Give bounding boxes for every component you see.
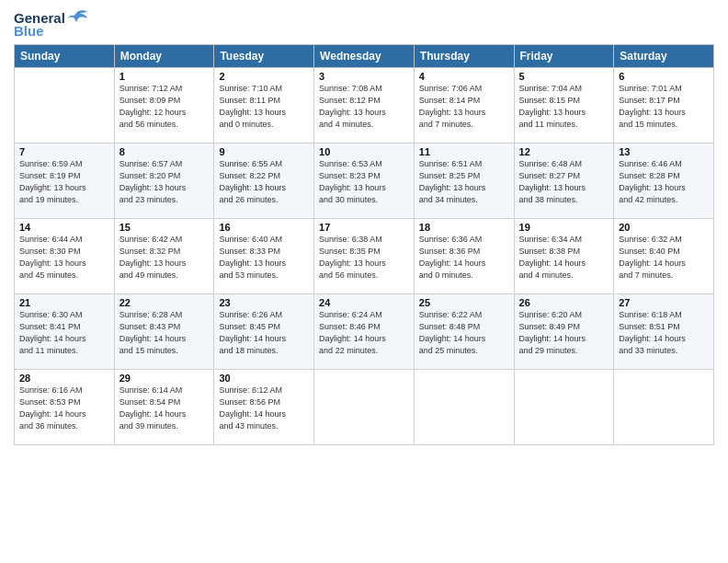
day-info-line: and 15 minutes. — [119, 345, 210, 357]
day-number: 17 — [319, 222, 409, 233]
day-info-line: Daylight: 13 hours — [19, 182, 109, 194]
day-info-line: Daylight: 14 hours — [319, 333, 409, 345]
day-info: Sunrise: 6:34 AMSunset: 8:38 PMDaylight:… — [519, 234, 609, 282]
day-info-line: and 29 minutes. — [519, 345, 609, 357]
calendar-cell: 9Sunrise: 6:55 AMSunset: 8:22 PMDaylight… — [214, 144, 314, 219]
day-info-line: Sunset: 8:45 PM — [219, 321, 309, 333]
day-info-line: Daylight: 14 hours — [19, 408, 109, 420]
day-info-line: Sunset: 8:40 PM — [619, 246, 709, 258]
day-info-line: Sunset: 8:56 PM — [219, 396, 309, 408]
day-info-line: and 0 minutes. — [219, 119, 309, 131]
calendar-cell: 5Sunrise: 7:04 AMSunset: 8:15 PMDaylight… — [514, 68, 614, 144]
day-info-line: Sunrise: 6:20 AM — [519, 309, 609, 321]
day-number: 9 — [219, 146, 309, 157]
day-info-line: Daylight: 14 hours — [619, 333, 709, 345]
day-info: Sunrise: 6:40 AMSunset: 8:33 PMDaylight:… — [219, 234, 309, 282]
day-number: 22 — [119, 297, 210, 308]
calendar-cell: 1Sunrise: 7:12 AMSunset: 8:09 PMDaylight… — [114, 68, 214, 144]
calendar-cell: 21Sunrise: 6:30 AMSunset: 8:41 PMDayligh… — [15, 294, 115, 370]
calendar-cell: 29Sunrise: 6:14 AMSunset: 8:54 PMDayligh… — [114, 370, 214, 445]
day-info-line: Sunrise: 6:36 AM — [419, 234, 509, 246]
day-number: 13 — [619, 146, 709, 157]
day-info-line: Sunset: 8:12 PM — [319, 95, 409, 107]
calendar-cell: 25Sunrise: 6:22 AMSunset: 8:48 PMDayligh… — [414, 294, 514, 370]
day-info-line: Daylight: 14 hours — [219, 408, 309, 420]
day-info-line: Sunrise: 7:08 AM — [319, 83, 409, 95]
day-info-line: Daylight: 13 hours — [19, 258, 109, 270]
day-info-line: Sunset: 8:19 PM — [19, 170, 109, 182]
day-info-line: Daylight: 14 hours — [619, 258, 709, 270]
day-info-line: Sunrise: 6:16 AM — [19, 385, 109, 396]
day-info-line: Sunset: 8:54 PM — [119, 396, 210, 408]
day-number: 30 — [219, 373, 309, 384]
calendar-cell: 27Sunrise: 6:18 AMSunset: 8:51 PMDayligh… — [614, 294, 714, 370]
calendar-cell: 18Sunrise: 6:36 AMSunset: 8:36 PMDayligh… — [414, 219, 514, 294]
calendar-week-row: 21Sunrise: 6:30 AMSunset: 8:41 PMDayligh… — [15, 294, 714, 370]
day-info-line: Daylight: 13 hours — [319, 107, 409, 119]
day-info-line: Daylight: 13 hours — [419, 182, 509, 194]
calendar-cell — [314, 370, 415, 445]
day-info: Sunrise: 6:24 AMSunset: 8:46 PMDaylight:… — [319, 309, 409, 357]
day-info-line: Daylight: 13 hours — [619, 107, 709, 119]
calendar-cell: 28Sunrise: 6:16 AMSunset: 8:53 PMDayligh… — [15, 370, 115, 445]
day-info-line: Sunrise: 6:14 AM — [119, 385, 210, 396]
day-info-line: and 36 minutes. — [19, 420, 109, 432]
day-info-line: Sunset: 8:25 PM — [419, 170, 509, 182]
calendar-cell — [614, 370, 714, 445]
day-info-line: Sunrise: 6:32 AM — [619, 234, 709, 246]
day-number: 14 — [19, 222, 109, 233]
day-info-line: and 42 minutes. — [619, 194, 709, 206]
day-info-line: and 11 minutes. — [19, 345, 109, 357]
day-info-line: Sunset: 8:22 PM — [219, 170, 309, 182]
calendar-cell: 10Sunrise: 6:53 AMSunset: 8:23 PMDayligh… — [314, 144, 415, 219]
calendar-cell: 23Sunrise: 6:26 AMSunset: 8:45 PMDayligh… — [214, 294, 314, 370]
calendar-cell: 6Sunrise: 7:01 AMSunset: 8:17 PMDaylight… — [614, 68, 714, 144]
day-info-line: and 39 minutes. — [119, 420, 210, 432]
day-info-line: Sunset: 8:35 PM — [319, 246, 409, 258]
calendar-cell: 2Sunrise: 7:10 AMSunset: 8:11 PMDaylight… — [214, 68, 314, 144]
day-info-line: Daylight: 14 hours — [519, 258, 609, 270]
day-info-line: Daylight: 13 hours — [419, 107, 509, 119]
day-number: 24 — [319, 297, 409, 308]
day-info-line: Sunset: 8:43 PM — [119, 321, 210, 333]
calendar-cell: 7Sunrise: 6:59 AMSunset: 8:19 PMDaylight… — [15, 144, 115, 219]
day-info: Sunrise: 7:12 AMSunset: 8:09 PMDaylight:… — [119, 83, 210, 131]
header-row: Sunday Monday Tuesday Wednesday Thursday… — [15, 45, 714, 68]
calendar-cell: 24Sunrise: 6:24 AMSunset: 8:46 PMDayligh… — [314, 294, 415, 370]
day-info: Sunrise: 7:10 AMSunset: 8:11 PMDaylight:… — [219, 83, 309, 131]
day-info-line: Sunset: 8:32 PM — [119, 246, 210, 258]
day-info-line: and 56 minutes. — [319, 270, 409, 282]
logo-text-block: General Blue — [14, 9, 87, 39]
day-info-line: Sunset: 8:14 PM — [419, 95, 509, 107]
day-info-line: and 43 minutes. — [219, 420, 309, 432]
day-info-line: Sunrise: 6:46 AM — [619, 158, 709, 170]
page: General Blue Sunday Monday Tuesday Wedne… — [0, 0, 728, 563]
day-info: Sunrise: 6:46 AMSunset: 8:28 PMDaylight:… — [619, 158, 709, 206]
day-number: 21 — [19, 297, 109, 308]
day-info-line: Sunrise: 7:06 AM — [419, 83, 509, 95]
day-info-line: Sunset: 8:20 PM — [119, 170, 210, 182]
day-info: Sunrise: 6:26 AMSunset: 8:45 PMDaylight:… — [219, 309, 309, 357]
day-info-line: and 45 minutes. — [19, 270, 109, 282]
day-info: Sunrise: 6:53 AMSunset: 8:23 PMDaylight:… — [319, 158, 409, 206]
day-number: 8 — [119, 146, 210, 157]
day-info-line: Sunrise: 6:42 AM — [119, 234, 210, 246]
calendar-table: Sunday Monday Tuesday Wednesday Thursday… — [14, 44, 714, 445]
day-number: 1 — [119, 71, 210, 82]
day-number: 12 — [519, 146, 609, 157]
day-info-line: Sunrise: 6:28 AM — [119, 309, 210, 321]
day-info: Sunrise: 7:06 AMSunset: 8:14 PMDaylight:… — [419, 83, 509, 131]
logo-bird-icon — [67, 9, 87, 26]
day-info-line: Daylight: 14 hours — [119, 333, 210, 345]
day-number: 6 — [619, 71, 709, 82]
day-info: Sunrise: 6:59 AMSunset: 8:19 PMDaylight:… — [19, 158, 109, 206]
day-info: Sunrise: 7:04 AMSunset: 8:15 PMDaylight:… — [519, 83, 609, 131]
day-info-line: Sunrise: 6:48 AM — [519, 158, 609, 170]
day-info-line: Sunrise: 6:24 AM — [319, 309, 409, 321]
day-info-line: and 56 minutes. — [119, 119, 210, 131]
day-info-line: Sunset: 8:11 PM — [219, 95, 309, 107]
day-info-line: Sunset: 8:46 PM — [319, 321, 409, 333]
day-number: 5 — [519, 71, 609, 82]
day-info-line: and 26 minutes. — [219, 194, 309, 206]
day-number: 11 — [419, 146, 509, 157]
